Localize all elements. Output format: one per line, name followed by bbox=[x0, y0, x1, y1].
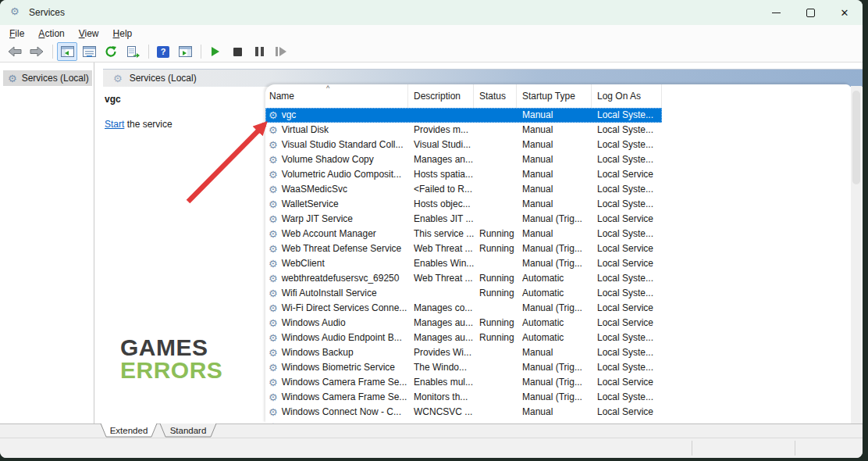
table-row[interactable]: ⚙vgcManualLocal Syste... bbox=[265, 108, 662, 123]
table-cell: Manual bbox=[517, 152, 592, 167]
stop-service-button[interactable] bbox=[227, 42, 247, 61]
start-service-button[interactable] bbox=[205, 42, 226, 61]
service-gear-icon: ⚙ bbox=[269, 348, 278, 358]
table-cell: Manual (Trig... bbox=[517, 301, 592, 316]
services-window: ⚙ Services ✕ File Action View Help bbox=[0, 0, 863, 458]
table-row[interactable]: ⚙WalletServiceHosts objec...ManualLocal … bbox=[265, 197, 662, 212]
table-row[interactable]: ⚙WebClientEnables Win...Manual (Trig...L… bbox=[265, 256, 662, 271]
table-row[interactable]: ⚙Virtual DiskProvides m...ManualLocal Sy… bbox=[265, 123, 662, 138]
table-row[interactable]: ⚙Windows Audio Endpoint B...Manages au..… bbox=[265, 331, 662, 345]
table-cell: ⚙Windows Backup bbox=[265, 345, 408, 360]
column-header-startup-type[interactable]: Startup Type bbox=[517, 84, 592, 108]
table-cell: Local Syste... bbox=[592, 331, 662, 345]
table-cell: ⚙Windows Biometric Service bbox=[265, 360, 408, 375]
restart-service-button[interactable] bbox=[271, 42, 291, 61]
show-console-tree-button[interactable] bbox=[57, 42, 77, 61]
forward-button[interactable] bbox=[27, 42, 47, 61]
minimize-icon bbox=[772, 13, 781, 13]
table-cell: Manages co... bbox=[408, 301, 474, 316]
table-cell: Provides m... bbox=[408, 123, 474, 138]
table-cell: Web Threat ... bbox=[408, 241, 474, 256]
table-cell: Local Service bbox=[592, 375, 662, 390]
table-row[interactable]: ⚙Wi-Fi Direct Services Conne...Manages c… bbox=[265, 301, 662, 316]
tab-extended-label[interactable]: Extended bbox=[110, 426, 148, 435]
column-label: Status bbox=[479, 91, 506, 102]
table-row[interactable]: ⚙Windows BackupProvides Wi...ManualLocal… bbox=[265, 345, 662, 360]
table-row[interactable]: ⚙Volumetric Audio Composit...Hosts spati… bbox=[265, 167, 662, 182]
table-row[interactable]: ⚙webthreatdefusersvc_69250Web Threat ...… bbox=[265, 271, 662, 286]
scrollbar-thumb[interactable] bbox=[852, 91, 860, 184]
table-row[interactable]: ⚙Windows Camera Frame Se...Enables mul..… bbox=[265, 375, 662, 390]
table-cell: Running bbox=[474, 271, 517, 286]
table-row[interactable]: ⚙WaaSMedicSvc<Failed to R...ManualLocal … bbox=[265, 182, 662, 197]
refresh-button[interactable] bbox=[101, 42, 121, 61]
table-row[interactable]: ⚙Windows AudioManages au...RunningAutoma… bbox=[265, 316, 662, 331]
table-cell: ⚙Windows Connect Now - C... bbox=[265, 405, 408, 420]
table-cell: ⚙Visual Studio Standard Coll... bbox=[265, 138, 408, 152]
service-name: Windows Audio Endpoint B... bbox=[282, 332, 402, 343]
table-cell: Running bbox=[474, 286, 517, 301]
maximize-button[interactable] bbox=[793, 0, 827, 25]
table-cell bbox=[408, 108, 474, 123]
menu-view[interactable]: View bbox=[73, 27, 105, 41]
help-button[interactable]: ? bbox=[153, 42, 173, 61]
table-row[interactable]: ⚙Warp JIT ServiceEnables JIT ...Manual (… bbox=[265, 212, 662, 227]
table-row[interactable]: ⚙Wifi AutoInstall ServiceRunningAutomati… bbox=[265, 286, 662, 301]
tab-standard-label[interactable]: Standard bbox=[170, 426, 207, 435]
service-name: Volume Shadow Copy bbox=[282, 154, 374, 165]
pause-service-button[interactable] bbox=[249, 42, 269, 61]
table-cell: Manual bbox=[517, 197, 592, 212]
table-cell: Local Service bbox=[592, 301, 662, 316]
table-row[interactable]: ⚙Visual Studio Standard Coll...Visual St… bbox=[265, 138, 662, 152]
table-cell: Automatic bbox=[517, 316, 592, 331]
service-gear-icon: ⚙ bbox=[269, 140, 278, 150]
table-cell bbox=[474, 182, 517, 197]
table-row[interactable]: ⚙Volume Shadow CopyManages an...ManualLo… bbox=[265, 152, 662, 167]
table-cell bbox=[474, 375, 517, 390]
banner-title: Services (Local) bbox=[130, 73, 197, 84]
table-row[interactable]: ⚙Web Account ManagerThis service ...Runn… bbox=[265, 227, 662, 241]
table-row[interactable]: ⚙Web Threat Defense ServiceWeb Threat ..… bbox=[265, 241, 662, 256]
column-header-name[interactable]: Name bbox=[265, 84, 408, 108]
export-list-button[interactable] bbox=[123, 42, 143, 61]
service-name: Virtual Disk bbox=[282, 124, 329, 135]
vertical-scrollbar[interactable] bbox=[851, 86, 862, 423]
start-service-link[interactable]: Start bbox=[105, 119, 124, 130]
table-cell: This service ... bbox=[408, 227, 474, 241]
tree-item-label: Services (Local) bbox=[22, 73, 89, 84]
window-title: Services bbox=[29, 7, 65, 18]
column-header-log-on-as[interactable]: Log On As bbox=[592, 84, 662, 108]
service-gear-icon: ⚙ bbox=[269, 170, 278, 180]
column-header-description[interactable]: Description bbox=[408, 84, 474, 108]
table-cell: Running bbox=[474, 316, 517, 331]
properties-button[interactable] bbox=[79, 42, 99, 61]
column-header-status[interactable]: Status bbox=[474, 84, 517, 108]
table-cell: Enables Win... bbox=[408, 256, 474, 271]
service-action-text: Start the service bbox=[105, 119, 173, 130]
close-button[interactable]: ✕ bbox=[827, 0, 862, 25]
table-cell: Local Syste... bbox=[592, 138, 662, 152]
table-cell: ⚙vgc bbox=[265, 108, 408, 123]
menu-action[interactable]: Action bbox=[32, 27, 70, 41]
back-button[interactable] bbox=[5, 42, 25, 61]
show-action-pane-button[interactable] bbox=[175, 42, 195, 61]
table-cell: Local Service bbox=[592, 167, 662, 182]
table-row[interactable]: ⚙Windows Camera Frame Se...Monitors th..… bbox=[265, 390, 662, 405]
menu-file[interactable]: File bbox=[3, 27, 30, 41]
table-cell: Local Syste... bbox=[592, 390, 662, 405]
table-cell: Local Service bbox=[592, 405, 662, 420]
table-row[interactable]: ⚙Windows Connect Now - C...WCNCSVC ...Ma… bbox=[265, 405, 662, 420]
table-cell: ⚙Warp JIT Service bbox=[265, 212, 408, 227]
column-label: Description bbox=[414, 91, 461, 102]
services-list: Name ^ Description Status Startup Type L… bbox=[265, 84, 851, 423]
action-suffix: the service bbox=[124, 119, 172, 130]
title-bar: ⚙ Services ✕ bbox=[0, 0, 863, 25]
table-row[interactable]: ⚙Windows Biometric ServiceThe Windo...Ma… bbox=[265, 360, 662, 375]
table-cell: Local Syste... bbox=[592, 123, 662, 138]
minimize-button[interactable] bbox=[759, 0, 793, 25]
tree-item-services-local[interactable]: ⚙ Services (Local) bbox=[3, 70, 92, 86]
table-cell: Running bbox=[474, 241, 517, 256]
table-cell: Automatic bbox=[517, 331, 592, 345]
refresh-icon bbox=[105, 45, 117, 58]
menu-help[interactable]: Help bbox=[107, 27, 139, 41]
